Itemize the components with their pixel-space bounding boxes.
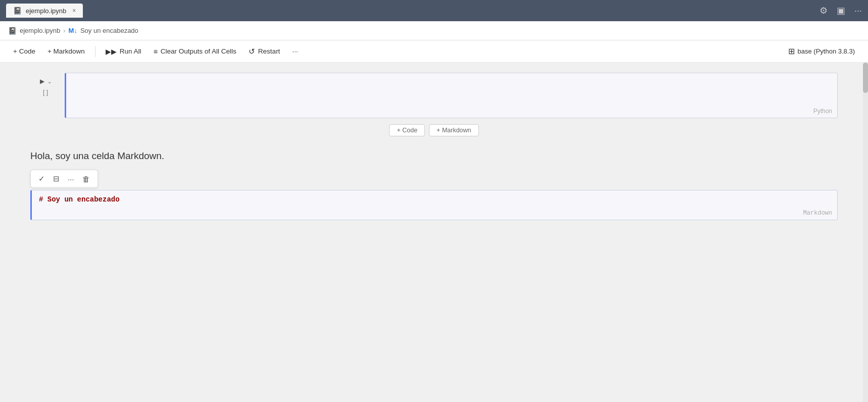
tab-close-button[interactable]: × — [72, 7, 76, 14]
breadcrumb-section[interactable]: Soy un encabezado — [80, 27, 138, 34]
markdown-code-content: # Soy un encabezado — [39, 195, 120, 204]
code-cell-1: ▶ ⌄ [ ] Python — [30, 73, 838, 118]
tab-bar: 📓 ejemplo.ipynb × ⚙ ▣ ··· — [0, 0, 868, 21]
cell-1-editor[interactable]: Python — [65, 73, 838, 118]
cell-1-run-button[interactable]: ▶ — [39, 77, 45, 86]
more-options-button[interactable]: ··· — [287, 45, 303, 58]
scrollbar-thumb[interactable] — [863, 63, 868, 93]
markdown-edit-cell[interactable]: # Soy un encabezado Markdown — [30, 190, 838, 220]
kernel-icon: ⊞ — [788, 46, 795, 56]
cell-toolbar-more-button[interactable]: ··· — [64, 173, 78, 185]
kernel-info: ⊞ base (Python 3.8.3) — [783, 44, 860, 58]
add-markdown-inline-button[interactable]: + Markdown — [429, 124, 478, 136]
run-all-icon: ▶▶ — [106, 47, 117, 56]
run-all-button[interactable]: ▶▶ Run All — [101, 45, 147, 58]
more-icon[interactable]: ··· — [854, 6, 862, 16]
notebook-tab-title: ejemplo.ipynb — [26, 7, 66, 15]
clear-outputs-icon: ≡ — [154, 47, 158, 56]
run-all-label: Run All — [120, 47, 141, 55]
notebook-tab[interactable]: 📓 ejemplo.ipynb × — [6, 4, 83, 18]
add-cell-row: + Code + Markdown — [30, 120, 838, 140]
toolbar-divider-1 — [95, 46, 95, 57]
breadcrumb-md-icon: M↓ — [69, 27, 77, 34]
add-code-inline-button[interactable]: + Code — [389, 124, 425, 136]
notebook-area: ▶ ⌄ [ ] Python + Code + Markdown Hola, s… — [0, 63, 868, 402]
cell-toolbar: ✓ ⊟ ··· 🗑 — [30, 170, 98, 188]
breadcrumb-file-icon: 📓 — [8, 27, 17, 35]
markdown-cell-lang: Markdown — [803, 210, 832, 217]
cell-toolbar-delete-button[interactable]: 🗑 — [79, 173, 93, 185]
cell-toolbar-check-button[interactable]: ✓ — [35, 173, 49, 185]
breadcrumb-file[interactable]: ejemplo.ipynb — [20, 27, 60, 34]
notebook-tab-icon: 📓 — [13, 7, 22, 15]
tab-bar-right: ⚙ ▣ ··· — [819, 5, 862, 16]
code-cell-1-row: ▶ ⌄ [ ] Python — [30, 73, 838, 118]
settings-icon[interactable]: ⚙ — [819, 5, 828, 16]
restart-label: Restart — [258, 47, 280, 55]
add-markdown-button[interactable]: + Markdown — [42, 45, 90, 58]
cell-1-controls: ▶ ⌄ [ ] — [30, 73, 61, 96]
clear-outputs-button[interactable]: ≡ Clear Outputs of All Cells — [149, 45, 242, 58]
layout-icon[interactable]: ▣ — [837, 5, 845, 16]
cell-1-exec-count: [ ] — [43, 88, 48, 96]
breadcrumb-separator: › — [63, 27, 65, 34]
cell-1-run-row: ▶ ⌄ — [39, 77, 53, 86]
markdown-cell: Hola, soy una celda Markdown. ✓ ⊟ ··· 🗑 … — [30, 145, 838, 220]
notebook-toolbar: + Code + Markdown ▶▶ Run All ≡ Clear Out… — [0, 40, 868, 63]
restart-button[interactable]: ↺ Restart — [244, 44, 285, 59]
right-scrollbar[interactable] — [863, 63, 868, 402]
kernel-label: base (Python 3.8.3) — [798, 47, 855, 55]
restart-icon: ↺ — [249, 47, 255, 56]
cell-1-lang: Python — [813, 108, 832, 115]
tab-bar-left: 📓 ejemplo.ipynb × — [6, 4, 83, 18]
markdown-rendered-text[interactable]: Hola, soy una celda Markdown. — [30, 145, 838, 170]
cell-toolbar-split-button[interactable]: ⊟ — [50, 173, 63, 185]
add-code-button[interactable]: + Code — [8, 45, 40, 58]
breadcrumb-bar: 📓 ejemplo.ipynb › M↓ Soy un encabezado — [0, 21, 868, 40]
cell-1-dropdown-button[interactable]: ⌄ — [46, 78, 53, 85]
kernel-button[interactable]: ⊞ base (Python 3.8.3) — [783, 44, 860, 58]
clear-outputs-label: Clear Outputs of All Cells — [161, 47, 236, 55]
